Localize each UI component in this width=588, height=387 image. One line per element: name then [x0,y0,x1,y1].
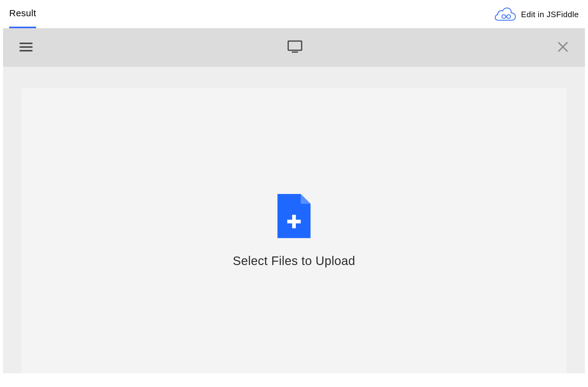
hamburger-menu-button[interactable] [20,42,32,53]
app-header [3,28,585,67]
close-icon [557,48,568,53]
hamburger-icon [20,47,32,53]
file-plus-icon [277,194,311,239]
cloud-infinity-icon [495,7,516,22]
upload-dropzone[interactable]: Select Files to Upload [21,88,567,373]
monitor-icon [288,40,302,55]
content-area: Select Files to Upload [3,67,585,373]
svg-rect-3 [288,41,302,50]
close-button[interactable] [557,41,568,54]
svg-rect-4 [292,51,298,53]
tab-area: Result [9,6,36,28]
upload-prompt-text: Select Files to Upload [233,254,355,268]
svg-rect-2 [20,50,32,51]
tab-result[interactable]: Result [9,6,36,28]
tab-result-label: Result [9,8,36,18]
svg-rect-1 [20,46,32,48]
edit-in-jsfiddle-link[interactable]: Edit in JSFiddle [495,7,579,27]
svg-rect-8 [287,220,301,223]
edit-in-jsfiddle-label: Edit in JSFiddle [521,10,579,19]
jsfiddle-top-bar: Result Edit in JSFiddle [0,0,588,28]
header-center [32,40,557,55]
app-container: Select Files to Upload [3,28,585,373]
svg-rect-0 [20,43,32,44]
